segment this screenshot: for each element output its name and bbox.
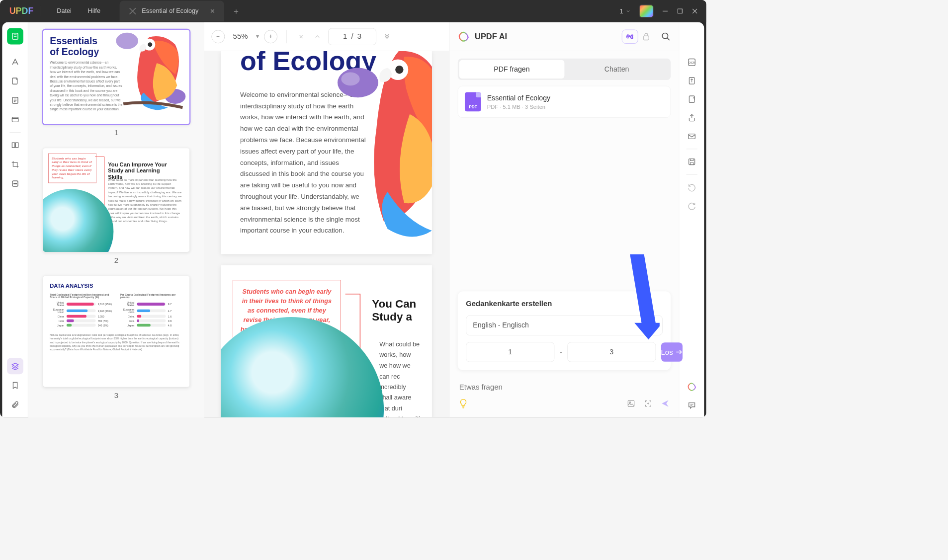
tab-chat[interactable]: Chatten [564,60,669,79]
next-page-button[interactable] [381,31,392,42]
svg-rect-0 [663,11,668,11]
bookmark-tool[interactable] [7,377,23,394]
svg-rect-1 [678,9,682,13]
zoom-out-button[interactable]: − [211,30,225,43]
theme-button[interactable] [639,4,654,18]
maximize-button[interactable] [677,8,683,14]
ai-panel: UPDF AI PDF fragen Chatten PDF Essential… [449,22,679,417]
svg-point-13 [148,42,152,47]
thumb2-number: 2 [43,256,189,265]
chart2-title: Per Capita Ecological Footprint (hectare… [120,293,182,298]
svg-rect-6 [12,143,14,148]
svg-rect-5 [12,117,18,122]
tab-count: 1 [619,7,623,15]
page-2: Students who can begin early in their li… [221,265,432,417]
chevron-down-icon [625,8,630,13]
redact-tool[interactable] [7,175,23,192]
undo-button[interactable] [684,180,699,195]
language-selected: English - Englisch [473,321,529,329]
svg-text:OCR: OCR [689,61,695,64]
language-select[interactable]: English - Englisch ▾ [466,316,663,335]
svg-rect-27 [689,159,694,165]
document-toolbar: − 55% ▾ + [204,22,449,51]
zoom-in-button[interactable]: + [264,30,277,43]
prompt-input[interactable] [458,376,671,398]
page-to-input[interactable] [567,342,656,362]
menu-help[interactable]: Hilfe [88,7,100,15]
export-button[interactable] [684,92,699,107]
tab-ask-pdf[interactable]: PDF fragen [459,60,564,79]
range-dash: - [560,348,562,356]
document-scroll[interactable]: of Ecology Welcome to environmental scie… [204,51,449,417]
convert-button[interactable] [684,74,699,88]
prev-page-button[interactable] [312,31,323,42]
thumb2-text: What could be more important than learni… [108,178,182,224]
mindmap-card: Gedankenkarte erstellen English - Englis… [458,291,671,370]
window-close-button[interactable] [691,8,698,14]
save-button[interactable] [684,155,699,169]
thumb3-number: 3 [43,391,189,400]
ai-header: UPDF AI [449,22,679,51]
zoom-dropdown[interactable]: ▾ [256,33,259,40]
organize-tool[interactable] [7,111,23,128]
ocr-button[interactable]: OCR [684,55,699,70]
compare-tool[interactable] [7,137,23,154]
svg-point-19 [662,33,668,38]
page-tool[interactable] [7,92,23,109]
page2-body: What could be works, how we how we can r… [380,339,421,417]
search-button[interactable] [661,32,671,41]
svg-rect-9 [13,183,17,184]
divider [41,6,41,16]
layers-tool[interactable] [7,358,23,374]
left-toolbar [2,22,28,417]
new-tab-button[interactable]: ＋ [232,5,240,16]
thumbnail-page-3[interactable]: DATA ANALYSIS Total Ecological Footprint… [43,276,189,387]
tab-close-button[interactable]: ✕ [210,7,215,15]
go-button[interactable]: Los [661,342,683,362]
first-page-button[interactable] [296,31,307,42]
svg-rect-7 [15,143,18,148]
redo-button[interactable] [684,198,699,213]
thumb3-text: Natural capital use and degradation: tot… [50,333,182,351]
attachment-tool[interactable] [7,397,23,413]
ai-logo-button[interactable] [684,380,699,395]
screenshot-icon[interactable] [643,398,654,409]
page-input[interactable] [328,28,376,45]
svg-rect-26 [689,134,695,139]
svg-point-10 [116,33,138,49]
email-button[interactable] [684,129,699,144]
page-from-input[interactable] [466,342,554,362]
reader-tool[interactable] [7,28,23,45]
send-button[interactable] [660,398,671,409]
crop-tool[interactable] [7,156,23,172]
lock-icon[interactable] [643,32,650,40]
crossed-pencils-icon [129,7,137,15]
edit-tool[interactable] [7,73,23,89]
menu-file[interactable]: Datei [57,7,72,15]
tab-title: Essential of Ecology [142,7,198,15]
thumb2-heading: You Can Improve Your Study and Learning … [108,161,174,180]
image-icon[interactable] [625,398,636,409]
svg-point-17 [396,66,404,74]
document-tab[interactable]: Essential of Ecology ✕ [120,0,224,21]
mindmap-title: Gedankenkarte erstellen [466,300,663,308]
share-button[interactable] [684,110,699,125]
infinity-button[interactable] [622,29,638,43]
thumb1-number: 1 [43,129,189,137]
highlight-tool[interactable] [7,54,23,70]
tab-counter[interactable]: 1 [619,7,630,15]
file-card[interactable]: PDF Essential of Ecology PDF · 5.1 MB · … [458,86,671,118]
titlebar: UPDF Datei Hilfe Essential of Ecology ✕ … [0,0,706,22]
thumbnail-page-2[interactable]: Students who can begin early in their li… [43,148,189,252]
ai-title: UPDF AI [475,32,507,41]
app-logo: UPDF [9,6,34,16]
thumb3-charts: Total Ecological Footprint (million hect… [50,293,182,328]
comment-button[interactable] [684,398,699,413]
svg-point-21 [629,402,631,403]
thumbnail-panel: Essentials of Ecology Welcome to environ… [28,22,204,417]
svg-rect-25 [689,96,694,102]
updf-ai-logo-icon [458,30,470,42]
minimize-button[interactable] [662,8,668,14]
lightbulb-icon[interactable] [458,398,469,409]
thumbnail-page-1[interactable]: Essentials of Ecology Welcome to environ… [43,30,189,124]
